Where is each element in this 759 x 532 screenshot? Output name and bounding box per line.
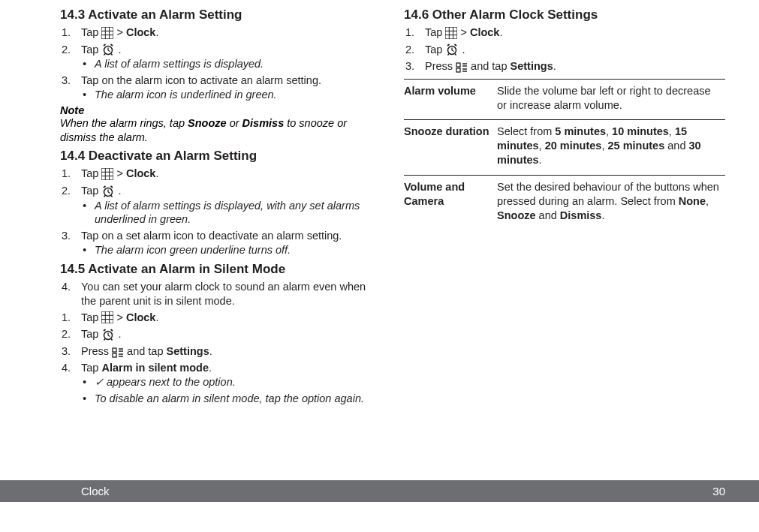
apps-grid-icon [101, 167, 113, 182]
svg-line-53 [455, 54, 456, 56]
menu-options-icon [456, 60, 468, 74]
step: You can set your alarm clock to sound an… [60, 280, 381, 308]
setting-desc: Set the desired behaviour of the buttons… [497, 176, 725, 230]
step: Press and tap Settings. [60, 344, 381, 359]
steps-14-5a: You can set your alarm clock to sound an… [60, 280, 381, 308]
step: Tap > Clock. [60, 26, 381, 41]
alarm-clock-icon [101, 43, 115, 57]
sub-bullets: ✓ appears next to the option. To disable… [81, 375, 381, 406]
svg-line-19 [108, 192, 110, 194]
page-content: 14.3 Activate an Alarm Setting Tap > Clo… [0, 0, 759, 408]
step: Tap on the alarm icon to activate an ala… [60, 74, 381, 102]
svg-line-21 [111, 186, 113, 188]
bullet: A list of alarm settings is displayed. [81, 57, 381, 71]
svg-line-22 [104, 195, 106, 197]
footer-title: Clock [81, 485, 110, 497]
sub-bullets: A list of alarm settings is displayed. [81, 57, 381, 71]
page-number: 30 [712, 485, 725, 497]
bullet: To disable an alarm in silent mode, tap … [81, 392, 381, 406]
svg-line-34 [104, 339, 106, 341]
svg-line-20 [104, 186, 106, 188]
right-column: 14.6 Other Alarm Clock Settings Tap > Cl… [404, 8, 725, 408]
section-14-3: 14.3 Activate an Alarm Setting Tap > Clo… [60, 8, 381, 144]
svg-line-8 [104, 44, 106, 46]
step: Tap > Clock. [404, 26, 725, 41]
section-14-6: 14.6 Other Alarm Clock Settings Tap > Cl… [404, 8, 725, 230]
steps-14-4: Tap > Clock. Tap . A list of alarm setti… [60, 167, 381, 257]
svg-line-51 [455, 44, 457, 46]
svg-line-23 [111, 195, 113, 197]
svg-rect-0 [101, 27, 113, 39]
sub-bullets: The alarm icon is underlined in green. [81, 88, 381, 102]
alarm-clock-icon [101, 328, 115, 342]
svg-line-11 [111, 54, 113, 56]
section-14-4: 14.4 Deactivate an Alarm Setting Tap > C… [60, 149, 381, 257]
apps-grid-icon [101, 311, 113, 325]
step: Tap . A list of alarm settings is displa… [60, 43, 381, 71]
table-row: Volume and Camera Set the desired behavi… [404, 176, 725, 230]
table-row: Snooze duration Select from 5 minutes, 1… [404, 120, 725, 176]
steps-14-3: Tap > Clock. Tap . A list of alarm setti… [60, 26, 381, 102]
step: Tap . [60, 327, 381, 342]
apps-grid-icon [101, 26, 113, 41]
alarm-clock-icon [445, 43, 459, 57]
setting-label: Snooze duration [404, 120, 497, 176]
svg-rect-42 [445, 27, 457, 39]
page-footer: Clock 30 [0, 480, 759, 502]
step: Tap . [404, 43, 725, 58]
note-heading: Note [60, 104, 381, 116]
left-column: 14.3 Activate an Alarm Setting Tap > Clo… [60, 8, 381, 408]
svg-line-9 [111, 44, 113, 46]
heading-14-5: 14.5 Activate an Alarm in Silent Mode [60, 262, 381, 277]
step: Tap > Clock. [60, 167, 381, 182]
sub-bullets: The alarm icon green underline turns off… [81, 243, 381, 257]
setting-label: Alarm volume [404, 79, 497, 120]
settings-table: Alarm volume Slide the volume bar left o… [404, 79, 725, 230]
sub-bullets: A list of alarm settings is displayed, w… [81, 199, 381, 227]
svg-line-32 [104, 329, 106, 331]
svg-line-7 [108, 50, 110, 52]
bullet: ✓ appears next to the option. [81, 375, 381, 389]
heading-14-4: 14.4 Deactivate an Alarm Setting [60, 149, 381, 164]
note-body: When the alarm rings, tap Snooze or Dism… [60, 116, 381, 145]
heading-14-3: 14.3 Activate an Alarm Setting [60, 8, 381, 23]
steps-14-5b: Tap > Clock. Tap . Press and tap Setting… [60, 311, 381, 406]
menu-options-icon [112, 345, 124, 359]
svg-rect-55 [456, 68, 460, 72]
setting-label: Volume and Camera [404, 176, 497, 230]
alarm-clock-icon [101, 185, 115, 199]
step: Tap on a set alarm icon to deactivate an… [60, 229, 381, 257]
bullet: A list of alarm settings is displayed, w… [81, 199, 381, 227]
setting-desc: Slide the volume bar left or right to de… [497, 79, 725, 120]
svg-rect-37 [113, 353, 116, 357]
setting-desc: Select from 5 minutes, 10 minutes, 15 mi… [497, 120, 725, 176]
section-14-5: 14.5 Activate an Alarm in Silent Mode Yo… [60, 262, 381, 406]
svg-line-52 [448, 54, 450, 56]
svg-rect-12 [101, 168, 113, 180]
heading-14-6: 14.6 Other Alarm Clock Settings [404, 8, 725, 23]
step: Tap . A list of alarm settings is displa… [60, 184, 381, 227]
steps-14-6: Tap > Clock. Tap . Press and tap Setting… [404, 26, 725, 74]
svg-rect-54 [456, 63, 460, 67]
table-row: Alarm volume Slide the volume bar left o… [404, 79, 725, 120]
bullet: The alarm icon is underlined in green. [81, 88, 381, 102]
svg-line-35 [111, 339, 113, 341]
svg-line-50 [447, 44, 450, 46]
step: Tap > Clock. [60, 311, 381, 326]
bullet: The alarm icon green underline turns off… [81, 243, 381, 257]
svg-line-49 [452, 50, 454, 52]
svg-line-33 [111, 329, 113, 331]
svg-rect-24 [101, 311, 113, 323]
svg-line-31 [108, 335, 110, 337]
apps-grid-icon [445, 26, 457, 41]
step: Tap Alarm in silent mode. ✓ appears next… [60, 361, 381, 406]
svg-line-10 [104, 54, 106, 56]
step: Press and tap Settings. [404, 59, 725, 74]
svg-rect-36 [113, 348, 116, 352]
